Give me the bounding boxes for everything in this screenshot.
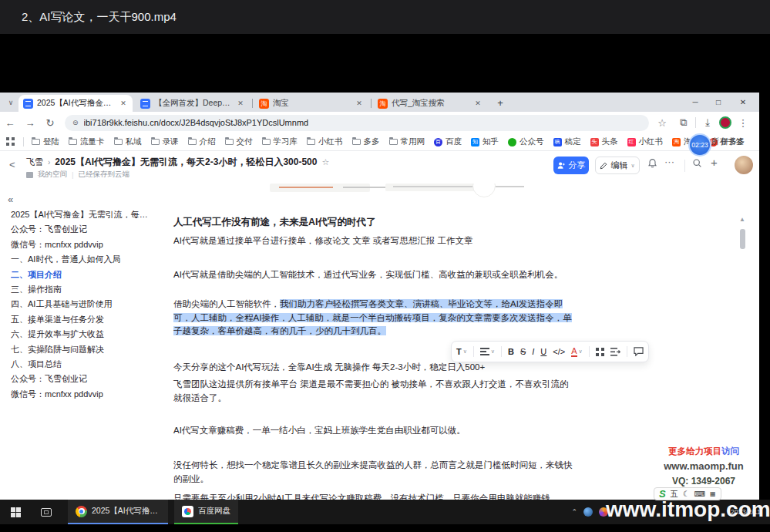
doc-title[interactable]: 2025【AI代写撸金】无需引流，每天2-3小时，轻松日入300-500 [55, 156, 317, 169]
start-button[interactable] [0, 500, 31, 524]
system-tray: ⌃ [571, 500, 608, 524]
window-maximize-button[interactable]: □ [708, 93, 729, 112]
bookmark-site[interactable]: 稿稿定 [549, 136, 586, 147]
bookmark-site[interactable]: 知知乎 [466, 136, 503, 147]
bookmark-folder[interactable]: 学习库 [257, 136, 303, 147]
doc-paragraph-selected[interactable]: 借助尖端的人工智能软件，我们助力客户轻松撰写各类文章、演讲稿、毕业论文等，给AI… [173, 298, 574, 338]
doc-paragraph[interactable]: AI代写就是借助尖端的人工智能技术，通过代写业务，实现低门槛、高收益的兼职或全职… [173, 268, 574, 282]
doc-back-icon[interactable]: < [9, 159, 15, 170]
tab-taobao[interactable]: 淘 淘宝 ✕ [254, 95, 368, 112]
feishu-avatar[interactable] [735, 156, 753, 174]
bookmark-folder[interactable]: 小红书 [302, 136, 348, 147]
outline-item[interactable]: 2025【AI代写撸金】无需引流，每… [11, 207, 163, 222]
block-menu-icon[interactable] [596, 348, 604, 356]
doc-paragraph[interactable]: 今天分享的这个AI代写玩法，全靠AI生成 无脑操作 每天2-3小时，稳定日入50… [173, 361, 574, 375]
chrome-menu-icon[interactable]: ⋮ [733, 117, 753, 129]
task-view-button[interactable] [31, 500, 62, 524]
outline-item[interactable]: 一、AI时代，普通人如何入局 [11, 252, 163, 267]
back-icon[interactable]: ← [0, 117, 20, 129]
window-close-button[interactable]: ✕ [732, 93, 754, 112]
scrollbar-up-icon[interactable]: ▲ [739, 216, 745, 223]
tab-close-icon[interactable]: ✕ [473, 99, 483, 107]
share-button[interactable]: 分享 [553, 157, 589, 174]
underline-button[interactable]: U [540, 347, 546, 356]
forward-icon[interactable]: → [20, 117, 40, 129]
outline-item[interactable]: 五、接单渠道与任务分发 [11, 312, 163, 327]
apps-grid-icon[interactable] [6, 137, 15, 146]
reload-icon[interactable]: ↻ [40, 117, 60, 129]
ime-settings-icon[interactable]: ▦ [710, 490, 716, 497]
tab-taobao-search[interactable]: 淘 代写_淘宝搜索 ✕ [373, 95, 487, 112]
taskbar-netdisk-task[interactable]: 百度网盘 [174, 500, 238, 524]
outline-item[interactable]: 微信号：mcnfxx pddvvip [11, 387, 163, 402]
doc-paragraph[interactable]: AI代写文章赚稿费，一单一结小白，宝妈上班族学生党自由职业都可以做。 [173, 424, 574, 438]
bold-button[interactable]: B [508, 347, 514, 356]
edit-button[interactable]: 编辑 ∨ [595, 157, 640, 174]
bookmark-folder[interactable]: 介绍 [183, 136, 220, 147]
text-style-button[interactable]: T∨ [456, 347, 467, 356]
downloads-icon[interactable]: ⤓ [698, 116, 718, 129]
doc-paragraph[interactable]: 没任何特长，想找一个稳定靠谱且长久的副业来提高收益的人群，总而言之就是门槛低时间… [173, 459, 574, 486]
doc-heading[interactable]: 人工代写工作没有前途，未来是AI代写的时代了 [173, 216, 574, 230]
tab-separator [252, 99, 253, 108]
outline-item[interactable]: 六、提升效率与扩大收益 [11, 327, 163, 342]
address-bar[interactable]: ⊜ ibi718r9kk.feishu.cn/docx/J2B4dsqvjoSt… [65, 115, 649, 131]
bookmark-star-icon[interactable]: ☆ [652, 117, 672, 129]
code-button[interactable]: </> [553, 347, 565, 356]
bookmark-site[interactable]: 百百度 [429, 136, 466, 147]
outline-item[interactable]: 七、实操陷阱与问题解决 [11, 342, 163, 357]
tab-feishu-doc[interactable]: 2025【AI代写撸金】无需引流 ✕ [18, 95, 133, 112]
italic-button[interactable]: I [532, 347, 534, 356]
more-menu-icon[interactable]: ··· [664, 156, 674, 167]
chrome-icon [76, 506, 87, 517]
tab-close-icon[interactable]: ✕ [119, 99, 128, 107]
bookmark-folder[interactable]: 私域 [109, 136, 146, 147]
notification-bell-icon[interactable] [647, 158, 657, 168]
outline-item[interactable]: 微信号：mcnfxx pddvvip [11, 237, 163, 252]
bookmark-folder[interactable]: 流量卡 [64, 136, 109, 147]
doc-paragraph[interactable]: 只需要每天至少利用2小时AI工具来代写论文赚取稿费，没有技术门槛，只要你会用电脑… [173, 492, 574, 500]
bookmark-folder[interactable]: 交付 [220, 136, 257, 147]
outline-item[interactable]: 四、AI工具基础与进阶使用 [11, 297, 163, 311]
outline-item-active[interactable]: 二、项目介绍 [11, 268, 163, 282]
favorite-star-icon[interactable]: ☆ [321, 157, 329, 167]
comment-icon[interactable] [634, 347, 644, 356]
site-info-icon[interactable]: ⊜ [72, 119, 79, 126]
doc-paragraph[interactable]: AI代写就是通过接单平台进行接单，修改论文 文章 或者写思想汇报 工作文章 [173, 234, 574, 248]
extensions-icon[interactable]: ⧉ [674, 116, 694, 129]
bookmark-folder[interactable]: 常用网 [385, 136, 430, 147]
outline-item[interactable]: 公众号：飞雪创业记 [11, 372, 163, 386]
breadcrumb[interactable]: 飞雪 [26, 157, 43, 168]
bookmark-folder[interactable]: 录课 [146, 136, 183, 147]
tab-close-icon[interactable]: ✕ [355, 99, 364, 107]
outline-item[interactable]: 公众号：飞雪创业记 [11, 222, 163, 237]
window-minimize-button[interactable]: ─ [684, 93, 706, 112]
url-text[interactable]: ibi718r9kk.feishu.cn/docx/J2B4dsqvjoStJ8… [84, 118, 309, 127]
tab-deepseek[interactable]: 【全网首发】Deepseek新手... ✕ [136, 95, 250, 112]
list-style-button[interactable]: ∨ [480, 348, 495, 355]
outline-item[interactable]: 三、操作指南 [11, 282, 163, 297]
xiaohongshu-icon: 红 [627, 138, 636, 146]
scrollbar-thumb[interactable] [740, 229, 745, 249]
bookmark-site[interactable]: 公众号 [503, 136, 549, 147]
bookmark-site[interactable]: 头头条 [586, 136, 623, 147]
strikethrough-button[interactable]: S [520, 347, 526, 356]
indent-icon[interactable] [610, 348, 620, 356]
folder-icon [151, 139, 160, 145]
bookmark-site[interactable]: 红小红书 [623, 136, 668, 147]
bookmark-folder[interactable]: 多多 [348, 136, 385, 147]
tab-search-chevron-icon[interactable]: ∨ [5, 96, 17, 109]
taskbar-chrome-task[interactable]: 2025【AI代写撸金... [68, 500, 168, 524]
bookmark-folder[interactable]: 登陆 [27, 136, 64, 147]
doc-paragraph[interactable]: 飞雪团队这边提供所有接单平台 渠道是最不需要担心的 被动接单，不喜欢跟人打交道，… [173, 378, 574, 405]
new-tab-button[interactable]: + [493, 96, 507, 109]
collapse-outline-icon[interactable]: « [8, 194, 13, 205]
tray-icon[interactable] [583, 507, 593, 517]
tab-close-icon[interactable]: ✕ [236, 99, 245, 107]
create-plus-icon[interactable]: + [711, 156, 718, 169]
browser-profile-avatar[interactable] [719, 116, 731, 129]
outline-item[interactable]: 八、项目总结 [11, 357, 163, 372]
search-icon[interactable] [692, 158, 702, 168]
text-color-button[interactable]: A∨ [571, 347, 582, 357]
tray-expand-icon[interactable]: ⌃ [571, 508, 577, 516]
